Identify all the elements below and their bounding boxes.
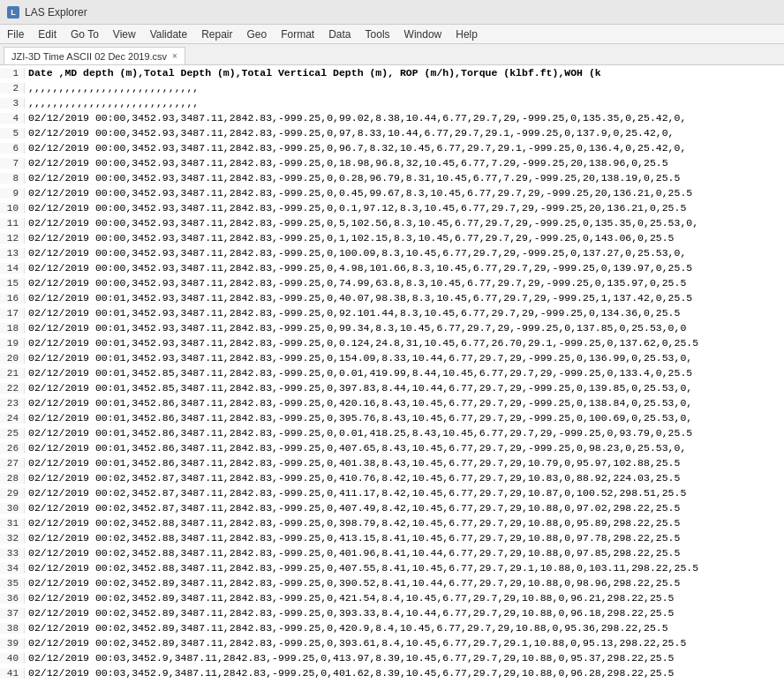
app-icon: L — [7, 6, 19, 19]
table-row: 1102/12/2019 00:00,3452.93,3487.11,2842.… — [0, 215, 784, 230]
table-row: 1002/12/2019 00:00,3452.93,3487.11,2842.… — [0, 200, 784, 215]
table-row: 3302/12/2019 00:02,3452.88,3487.11,2842.… — [0, 545, 784, 560]
line-content: 02/12/2019 00:02,3452.87,3487.11,2842.83… — [25, 472, 680, 484]
line-content: Date ,MD depth (m),Total Depth (m),Total… — [25, 67, 601, 79]
line-number: 6 — [0, 143, 25, 154]
table-row: 602/12/2019 00:00,3452.93,3487.11,2842.8… — [0, 140, 784, 155]
line-number: 26 — [0, 443, 25, 454]
line-content: 02/12/2019 00:02,3452.88,3487.11,2842.83… — [25, 532, 680, 544]
line-content: 02/12/2019 00:01,3452.86,3487.11,2842.83… — [25, 427, 692, 439]
line-content: 02/12/2019 00:00,3452.93,3487.11,2842.83… — [25, 112, 686, 124]
table-row: 3002/12/2019 00:02,3452.87,3487.11,2842.… — [0, 500, 784, 515]
table-row: 2402/12/2019 00:01,3452.86,3487.11,2842.… — [0, 410, 784, 425]
line-content: 02/12/2019 00:01,3452.86,3487.11,2842.83… — [25, 412, 692, 424]
table-row: 402/12/2019 00:00,3452.93,3487.11,2842.8… — [0, 110, 784, 125]
line-content: 02/12/2019 00:02,3452.87,3487.11,2842.83… — [25, 502, 680, 514]
table-row: 1902/12/2019 00:01,3452.93,3487.11,2842.… — [0, 335, 784, 350]
table-row: 3702/12/2019 00:02,3452.89,3487.11,2842.… — [0, 605, 784, 620]
line-content: 02/12/2019 00:02,3452.89,3487.11,2842.83… — [25, 577, 680, 589]
line-number: 2 — [0, 83, 25, 94]
line-content: 02/12/2019 00:01,3452.86,3487.11,2842.83… — [25, 457, 680, 469]
line-number: 7 — [0, 158, 25, 169]
line-number: 32 — [0, 533, 25, 544]
table-row: 902/12/2019 00:00,3452.93,3487.11,2842.8… — [0, 185, 784, 200]
line-content: 02/12/2019 00:00,3452.93,3487.11,2842.83… — [25, 262, 692, 274]
line-number: 3 — [0, 98, 25, 109]
table-row: 1602/12/2019 00:01,3452.93,3487.11,2842.… — [0, 290, 784, 305]
line-number: 36 — [0, 593, 25, 604]
tab-label: JZI-3D Time ASCII 02 Dec 2019.csv — [11, 51, 167, 62]
table-row: 2302/12/2019 00:01,3452.86,3487.11,2842.… — [0, 395, 784, 410]
line-number: 21 — [0, 368, 25, 379]
table-row: 3102/12/2019 00:02,3452.88,3487.11,2842.… — [0, 515, 784, 530]
menu-item-help[interactable]: Help — [449, 25, 485, 43]
line-content: 02/12/2019 00:02,3452.89,3487.11,2842.83… — [25, 592, 675, 604]
line-number: 10 — [0, 203, 25, 214]
line-content: 02/12/2019 00:01,3452.93,3487.11,2842.83… — [25, 292, 692, 304]
line-content: 02/12/2019 00:00,3452.93,3487.11,2842.83… — [25, 172, 680, 184]
line-number: 14 — [0, 263, 25, 274]
line-number: 41 — [0, 668, 25, 679]
table-row: 1502/12/2019 00:00,3452.93,3487.11,2842.… — [0, 275, 784, 290]
table-row: 502/12/2019 00:00,3452.93,3487.11,2842.8… — [0, 125, 784, 140]
line-content: 02/12/2019 00:01,3452.85,3487.11,2842.83… — [25, 382, 692, 394]
line-content: 02/12/2019 00:00,3452.93,3487.11,2842.83… — [25, 202, 686, 214]
line-number: 19 — [0, 338, 25, 349]
title-bar: L LAS Explorer — [0, 0, 784, 25]
menu-item-tools[interactable]: Tools — [358, 25, 397, 43]
menu-item-go-to[interactable]: Go To — [64, 25, 106, 43]
table-row: 1802/12/2019 00:01,3452.93,3487.11,2842.… — [0, 320, 784, 335]
table-row: 3202/12/2019 00:02,3452.88,3487.11,2842.… — [0, 530, 784, 545]
table-row: 2902/12/2019 00:02,3452.87,3487.11,2842.… — [0, 485, 784, 500]
line-content: 02/12/2019 00:02,3452.88,3487.11,2842.83… — [25, 547, 680, 559]
menu-item-view[interactable]: View — [106, 25, 143, 43]
table-row: 1202/12/2019 00:00,3452.93,3487.11,2842.… — [0, 230, 784, 245]
line-number: 27 — [0, 458, 25, 469]
menu-item-window[interactable]: Window — [397, 25, 449, 43]
table-row: 2702/12/2019 00:01,3452.86,3487.11,2842.… — [0, 455, 784, 470]
line-number: 24 — [0, 413, 25, 424]
table-row: 1702/12/2019 00:01,3452.93,3487.11,2842.… — [0, 305, 784, 320]
table-row: 1Date ,MD depth (m),Total Depth (m),Tota… — [0, 65, 784, 80]
line-number: 33 — [0, 548, 25, 559]
line-content: 02/12/2019 00:02,3452.88,3487.11,2842.83… — [25, 517, 680, 529]
line-content: 02/12/2019 00:00,3452.93,3487.11,2842.83… — [25, 157, 668, 169]
menu-item-repair[interactable]: Repair — [194, 25, 239, 43]
line-number: 28 — [0, 473, 25, 484]
line-number: 22 — [0, 383, 25, 394]
table-row: 1402/12/2019 00:00,3452.93,3487.11,2842.… — [0, 260, 784, 275]
line-content: ,,,,,,,,,,,,,,,,,,,,,,,,,,,, — [25, 82, 199, 94]
line-number: 18 — [0, 323, 25, 334]
file-tab[interactable]: JZI-3D Time ASCII 02 Dec 2019.csv × — [4, 47, 185, 64]
line-number: 38 — [0, 623, 25, 634]
line-content: 02/12/2019 00:03,3452.9,3487.11,2842.83,… — [25, 667, 675, 679]
line-content: 02/12/2019 00:01,3452.93,3487.11,2842.83… — [25, 352, 692, 364]
line-content: 02/12/2019 00:01,3452.86,3487.11,2842.83… — [25, 442, 686, 454]
line-content: 02/12/2019 00:00,3452.93,3487.11,2842.83… — [25, 217, 698, 229]
line-content: 02/12/2019 00:02,3452.89,3487.11,2842.83… — [25, 622, 668, 634]
line-content: 02/12/2019 00:02,3452.89,3487.11,2842.83… — [25, 607, 675, 619]
tab-close-button[interactable]: × — [172, 51, 177, 61]
menu-item-file[interactable]: File — [0, 25, 31, 43]
menu-item-geo[interactable]: Geo — [239, 25, 274, 43]
line-number: 8 — [0, 173, 25, 184]
table-row: 3902/12/2019 00:02,3452.89,3487.11,2842.… — [0, 635, 784, 650]
table-row: 2602/12/2019 00:01,3452.86,3487.11,2842.… — [0, 440, 784, 455]
line-number: 40 — [0, 653, 25, 664]
line-number: 37 — [0, 608, 25, 619]
line-content: 02/12/2019 00:01,3452.93,3487.11,2842.83… — [25, 337, 698, 349]
table-row: 3502/12/2019 00:02,3452.89,3487.11,2842.… — [0, 575, 784, 590]
menu-item-format[interactable]: Format — [274, 25, 321, 43]
line-content: 02/12/2019 00:02,3452.89,3487.11,2842.83… — [25, 637, 686, 649]
table-row: 2802/12/2019 00:02,3452.87,3487.11,2842.… — [0, 470, 784, 485]
line-number: 11 — [0, 218, 25, 229]
table-row: 2002/12/2019 00:01,3452.93,3487.11,2842.… — [0, 350, 784, 365]
table-row: 3602/12/2019 00:02,3452.89,3487.11,2842.… — [0, 590, 784, 605]
line-number: 23 — [0, 398, 25, 409]
menu-item-edit[interactable]: Edit — [31, 25, 64, 43]
data-table: 1Date ,MD depth (m),Total Depth (m),Tota… — [0, 65, 784, 683]
line-content: 02/12/2019 00:00,3452.93,3487.11,2842.83… — [25, 247, 686, 259]
menu-item-validate[interactable]: Validate — [143, 25, 194, 43]
line-number: 31 — [0, 518, 25, 529]
menu-item-data[interactable]: Data — [321, 25, 358, 43]
